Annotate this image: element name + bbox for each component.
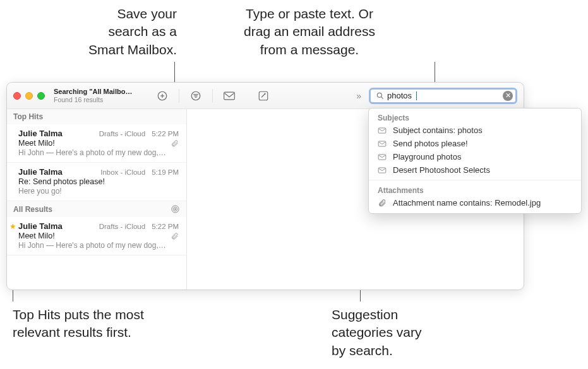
suggestion-label: Desert Photoshoot Selects [393,165,490,175]
mail-icon[interactable] [220,89,238,103]
message-preview: Hi John — Here's a photo of my new dog,… [18,148,179,157]
minimize-window-button[interactable] [25,92,33,100]
suggestions-header-subjects: Subjects [369,111,581,124]
section-label: Top Hits [13,112,43,121]
search-suggestions-popover: Subjects Subject contains: photos Send p… [368,108,582,214]
suggestion-row[interactable]: Desert Photoshoot Selects [369,163,581,177]
attachment-icon [171,232,179,240]
suggestion-label: Playground photos [393,152,461,161]
message-preview: Hi John — Here's a photo of my new dog,… [18,241,179,250]
message-subject: Re: Send photos please! [18,177,105,186]
message-preview: Here you go! [18,187,179,196]
svg-rect-14 [378,127,386,132]
message-location: Inbox - iCloud [100,168,145,176]
save-smart-mailbox-button[interactable] [153,89,171,103]
relevance-sort-icon[interactable] [171,204,180,214]
message-time: 5:19 PM [152,168,179,176]
suggestion-row[interactable]: Attachment name contains: Remodel.jpg [369,196,581,209]
svg-rect-16 [378,154,386,159]
suggestions-header-attachments: Attachments [369,184,581,196]
window-controls [13,92,45,100]
text-caret [416,91,417,100]
compose-button[interactable] [255,89,272,103]
toolbar-overflow-button[interactable]: » [356,91,361,101]
message-sender: Julie Talma [18,129,63,138]
toolbar-divider [179,89,179,103]
callout-top-hits: Top Hits puts the mostrelevant results f… [13,306,189,342]
envelope-icon [378,167,388,174]
envelope-icon [378,153,388,161]
envelope-icon [378,140,388,148]
svg-rect-15 [378,141,386,146]
search-icon [376,91,385,100]
suggestion-label: Subject contains: photos [393,126,483,135]
clear-search-button[interactable]: ✕ [503,91,513,101]
message-time: 5:22 PM [152,130,179,138]
fullscreen-window-button[interactable] [37,92,45,100]
section-label: All Results [13,205,52,214]
paperclip-icon [378,199,388,208]
popover-divider [369,180,581,180]
window-title-block: Searching "All Mailbo… Found 16 results [54,88,148,104]
attachment-icon [171,139,179,148]
callout-search-field: Type or paste text. Ordrag an email addr… [218,5,401,59]
message-sender: Julie Talma [18,167,63,177]
suggestion-row[interactable]: Playground photos [369,150,581,163]
suggestion-label: Attachment name contains: Remodel.jpg [393,198,541,208]
section-all-results: All Results [7,201,186,217]
close-window-button[interactable] [13,92,21,100]
search-field[interactable]: ✕ [369,88,517,104]
section-top-hits: Top Hits [7,109,186,124]
message-time: 5:22 PM [152,223,179,230]
window-title: Searching "All Mailbo… [54,88,148,96]
callout-suggestions: Suggestioncategories varyby search. [332,306,496,360]
svg-rect-17 [378,167,386,172]
callout-smart-mailbox: Save yoursearch as aSmart Mailbox. [51,5,177,59]
message-row[interactable]: Julie Talma Drafts - iCloud 5:22 PM Meet… [7,124,186,163]
svg-line-10 [381,97,383,98]
toolbar: Searching "All Mailbo… Found 16 results … [7,83,524,109]
message-subject: Meet Milo! [18,139,55,148]
message-list: Top Hits Julie Talma Drafts - iCloud 5:2… [7,109,187,290]
svg-point-13 [175,209,176,210]
suggestion-row[interactable]: Send photos please! [369,137,581,150]
toolbar-divider [212,89,213,103]
window-subtitle: Found 16 results [54,96,148,104]
envelope-icon [378,127,388,134]
message-row[interactable]: ★ Julie Talma Drafts - iCloud 5:22 PM Me… [7,217,186,255]
mail-window: Searching "All Mailbo… Found 16 results … [6,82,524,290]
svg-rect-7 [224,92,235,100]
svg-point-9 [377,93,381,97]
suggestion-row[interactable]: Subject contains: photos [369,124,581,137]
message-row[interactable]: Julie Talma Inbox - iCloud 5:19 PM Re: S… [7,163,186,201]
message-subject: Meet Milo! [18,231,55,240]
message-location: Drafts - iCloud [99,223,146,230]
search-input[interactable] [387,91,503,100]
message-location: Drafts - iCloud [99,130,146,138]
filter-button[interactable] [187,89,205,103]
star-icon: ★ [9,222,16,231]
message-sender: Julie Talma [18,221,63,231]
suggestion-label: Send photos please! [393,139,468,148]
